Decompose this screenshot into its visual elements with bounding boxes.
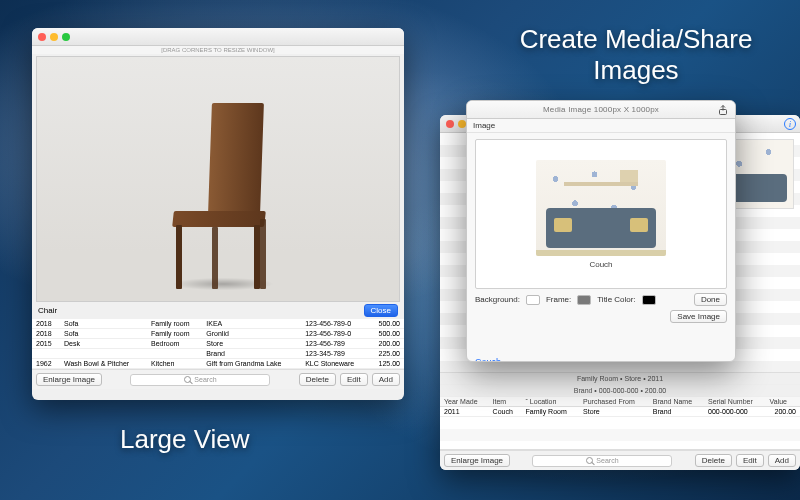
media-preview-canvas: Couch [475,139,727,289]
col-value[interactable]: Value [766,397,800,407]
col-location[interactable]: ˇ Location [522,397,579,407]
minimize-icon[interactable] [50,33,58,41]
close-button[interactable]: Close [364,304,398,317]
col-year[interactable]: Year Made [440,397,489,407]
col-purchased-from[interactable]: Purchased From [579,397,649,407]
media-caption: Couch [589,260,612,269]
frame-color-swatch[interactable] [577,295,591,305]
item-link[interactable]: Couch [467,357,735,362]
search-icon [586,457,593,464]
info-icon[interactable]: i [784,118,796,130]
bottom-toolbar: Enlarge Image Search Delete Edit Add [440,450,800,470]
minimize-icon[interactable] [458,120,466,128]
table-row[interactable]: 2011 Couch Family Room Store Brand 000-0… [440,407,800,417]
table-row[interactable]: 2015Desk BedroomStore 123-456-789200.00 [32,339,404,349]
large-image-preview [36,56,400,302]
resize-hint: [DRAG CORNERS TO RESIZE WINDOW] [32,46,404,54]
titlebar[interactable] [32,28,404,46]
table-row[interactable]: Brand 123-345-789225.00 [32,349,404,359]
enlarge-image-button[interactable]: Enlarge Image [444,454,510,467]
empty-rows [440,416,800,450]
detail-line-1: Family Room • Store • 2011 [440,373,800,385]
window-title: Media Image 1000px X 1000px [467,105,735,114]
search-field[interactable]: Search [106,374,295,386]
caption-media-share: Create Media/Share Images [502,24,770,86]
close-icon[interactable] [446,120,454,128]
background-color-swatch[interactable] [526,295,540,305]
detail-line-2: Brand • 000-000-000 • 200.00 [440,385,800,397]
title-color-swatch[interactable] [642,295,656,305]
label-title-color: Title Color: [597,295,635,304]
edit-button[interactable]: Edit [340,373,368,386]
main-table: Year Made Item ˇ Location Purchased From… [440,397,800,417]
close-icon[interactable] [38,33,46,41]
search-field[interactable]: Search [514,455,691,467]
tab-image[interactable]: Image [467,119,735,133]
label-background: Background: [475,295,520,304]
item-name: Chair [38,306,57,315]
add-button[interactable]: Add [768,454,796,467]
delete-button[interactable]: Delete [695,454,732,467]
room-image [536,160,666,256]
chair-image [158,89,278,289]
table-row[interactable]: 2018Sofa Family roomGronlid 123-456-789-… [32,329,404,339]
add-button[interactable]: Add [372,373,400,386]
search-icon [184,376,191,383]
table-row[interactable]: 2018Sofa Family roomIKEA 123-456-789-050… [32,319,404,329]
col-item[interactable]: Item [489,397,522,407]
media-image-window: Media Image 1000px X 1000px Image Couch … [466,100,736,362]
zoom-icon[interactable] [62,33,70,41]
done-button[interactable]: Done [694,293,727,306]
enlarge-image-button[interactable]: Enlarge Image [36,373,102,386]
col-serial[interactable]: Serial Number [704,397,766,407]
edit-button[interactable]: Edit [736,454,764,467]
col-brand-name[interactable]: Brand Name [649,397,704,407]
inventory-table: 2018Sofa Family roomIKEA 123-456-789-050… [32,319,404,369]
delete-button[interactable]: Delete [299,373,336,386]
caption-large-view: Large View [120,424,250,455]
save-image-button[interactable]: Save Image [670,310,727,323]
share-icon[interactable] [717,104,729,116]
label-frame: Frame: [546,295,571,304]
large-view-window: [DRAG CORNERS TO RESIZE WINDOW] Chair Cl… [32,28,404,400]
table-row[interactable]: 1962Wash Bowl & Pitcher KitchenGift from… [32,359,404,369]
bottom-toolbar: Enlarge Image Search Delete Edit Add [32,369,404,389]
titlebar[interactable]: Media Image 1000px X 1000px [467,101,735,119]
